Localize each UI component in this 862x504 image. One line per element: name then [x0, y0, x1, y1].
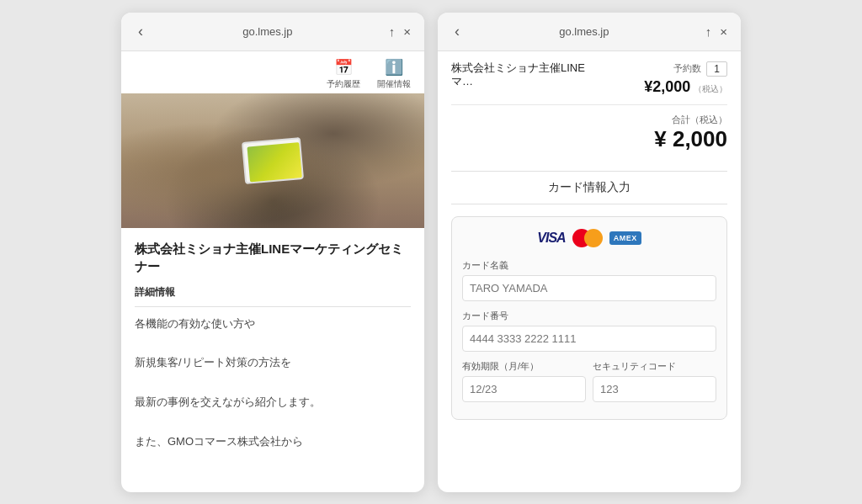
visa-logo: VISA — [537, 231, 565, 246]
right-back-button[interactable]: ‹ — [451, 21, 463, 42]
mastercard-logo — [572, 229, 603, 247]
info-label: 開催情報 — [377, 78, 411, 90]
left-content-area: 📅 予約履歴 ℹ️ 開催情報 株式会社ミショナ主催LINEマーケティングセミナー… — [121, 51, 424, 492]
right-content-area: 株式会社ミショナ主催LINEマ… 予約数 1 ¥2,000 （税込） 合計（税込… — [438, 51, 741, 492]
detail-line-1: 各機能の有効な使い方や — [135, 314, 411, 333]
expiry-label: 有効期限（月/年） — [462, 360, 586, 373]
event-content: 株式会社ミショナ主催LINEマーケティングセミナー 詳細情報 各機能の有効な使い… — [121, 228, 424, 464]
right-bar-actions: ↑ × — [705, 24, 727, 39]
history-tool[interactable]: 📅 予約履歴 — [327, 58, 360, 90]
order-count-wrap: 予約数 1 ¥2,000 （税込） — [644, 61, 727, 96]
detail-line-3: 最新の事例を交えながら紹介します。 — [135, 392, 411, 411]
mc-circle-right — [584, 229, 603, 247]
card-logos: VISA AMEX — [462, 229, 716, 247]
total-label: 合計（税込） — [451, 114, 727, 126]
left-toolbar: 📅 予約履歴 ℹ️ 開催情報 — [121, 51, 424, 93]
left-browser-bar: ‹ go.lmes.jp ↑ × — [121, 13, 424, 51]
expiry-group: 有効期限（月/年） — [462, 360, 586, 402]
right-url: go.lmes.jp — [463, 25, 705, 38]
history-label: 予約履歴 — [327, 78, 360, 90]
order-header: 株式会社ミショナ主催LINEマ… 予約数 1 ¥2,000 （税込） — [451, 61, 727, 96]
event-image — [121, 93, 424, 228]
yoyaku-count: 1 — [706, 61, 727, 77]
detail-text: 各機能の有効な使い方や 新規集客/リピート対策の方法を 最新の事例を交えながら紹… — [135, 314, 411, 452]
security-input[interactable] — [593, 376, 716, 402]
security-label: セキュリティコード — [593, 360, 716, 373]
right-close-icon[interactable]: × — [720, 24, 727, 39]
right-phone-frame: ‹ go.lmes.jp ↑ × 株式会社ミショナ主催LINEマ… 予約数 1 … — [438, 13, 741, 492]
divider-1 — [135, 306, 411, 307]
card-number-input[interactable] — [462, 326, 716, 352]
yoyaku-row: 予約数 1 — [673, 61, 727, 77]
event-title: 株式会社ミショナ主催LINEマーケティングセミナー — [135, 240, 411, 275]
amex-logo: AMEX — [609, 231, 641, 245]
card-name-label: カード名義 — [462, 259, 716, 272]
price-value: ¥2,000 — [644, 78, 690, 95]
order-title: 株式会社ミショナ主催LINEマ… — [451, 61, 594, 90]
security-group: セキュリティコード — [593, 360, 716, 402]
info-tool[interactable]: ℹ️ 開催情報 — [377, 58, 411, 90]
left-phone-frame: ‹ go.lmes.jp ↑ × 📅 予約履歴 ℹ️ 開催情報 — [121, 13, 424, 492]
info-icon: ℹ️ — [385, 58, 403, 77]
expiry-input[interactable] — [462, 376, 586, 402]
card-input-box: VISA AMEX カード名義 カード番号 有効期限（月/年） — [451, 216, 727, 420]
detail-line-2: 新規集客/リピート対策の方法を — [135, 353, 411, 372]
left-close-icon[interactable]: × — [403, 24, 411, 39]
right-browser-bar: ‹ go.lmes.jp ↑ × — [438, 13, 741, 51]
left-bar-actions: ↑ × — [389, 24, 411, 39]
detail-line-4: また、GMOコマース株式会社から — [135, 432, 411, 451]
card-name-input[interactable] — [462, 275, 716, 301]
price-row: ¥2,000 （税込） — [644, 78, 727, 96]
tablet-screen — [247, 142, 301, 182]
tax-label: （税込） — [694, 84, 727, 93]
left-share-icon[interactable]: ↑ — [389, 24, 396, 39]
card-number-label: カード番号 — [462, 310, 716, 322]
left-back-button[interactable]: ‹ — [135, 21, 146, 42]
tablet-decoration — [242, 137, 304, 184]
total-price: ¥ 2,000 — [451, 126, 727, 152]
yoyaku-label: 予約数 — [673, 62, 701, 75]
total-section: 合計（税込） ¥ 2,000 — [451, 104, 727, 161]
left-url: go.lmes.jp — [146, 25, 389, 38]
card-bottom-row: 有効期限（月/年） セキュリティコード — [462, 360, 716, 402]
right-share-icon[interactable]: ↑ — [705, 24, 712, 39]
calendar-icon: 📅 — [334, 58, 353, 77]
right-inner-content: 株式会社ミショナ主催LINEマ… 予約数 1 ¥2,000 （税込） 合計（税込… — [438, 51, 741, 430]
card-section-title: カード情報入力 — [451, 171, 727, 204]
detail-heading: 詳細情報 — [135, 285, 411, 300]
